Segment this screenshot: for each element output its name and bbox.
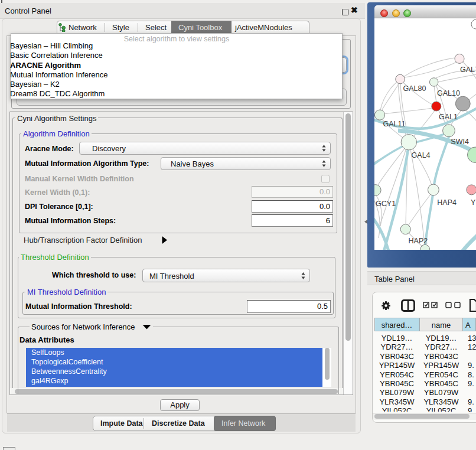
- svg-text:GAL1: GAL1: [439, 113, 458, 121]
- svg-text:SWI4: SWI4: [451, 138, 469, 146]
- svg-text:GAL10: GAL10: [437, 89, 460, 97]
- svg-text:GAL7: GAL7: [460, 66, 476, 74]
- svg-text:GAL80: GAL80: [403, 84, 426, 93]
- svg-text:GAL4: GAL4: [412, 151, 431, 159]
- svg-text:Y: Y: [471, 198, 476, 207]
- svg-text:GAL11: GAL11: [383, 120, 406, 128]
- svg-text:HAP4: HAP4: [437, 198, 457, 207]
- svg-text:GCY1: GCY1: [376, 200, 396, 208]
- svg-text:HAP2: HAP2: [409, 237, 428, 245]
